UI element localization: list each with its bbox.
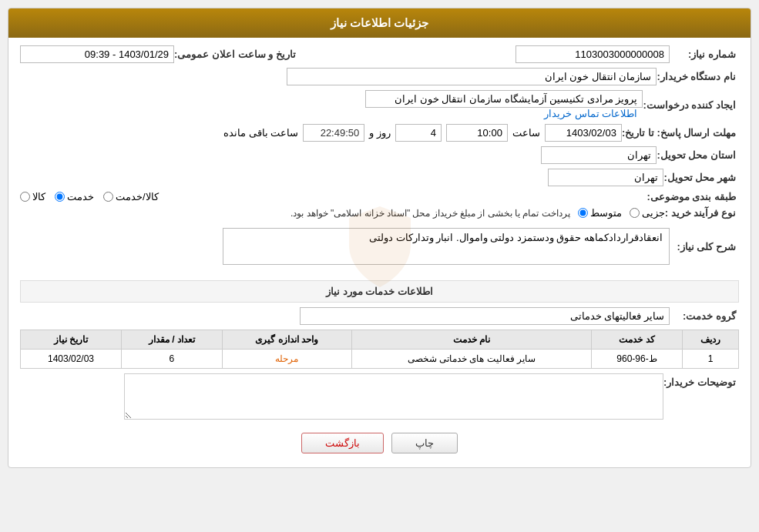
mohlat-countdown[interactable]: 22:49:50 [303, 124, 364, 142]
cell-radif: 1 [682, 350, 738, 369]
services-table-body: 1 ط-96-960 سایر فعالیت های خدماتی شخصی م… [21, 350, 739, 369]
tabaqe-kala-label: کالا [32, 191, 45, 202]
mohlat-baqi-label: ساعت باقی مانده [223, 127, 298, 139]
services-table-head: ردیف کد خدمت نام خدمت واحد اندازه گیری ت… [21, 330, 739, 350]
col-tedad: تعداد / مقدار [121, 330, 222, 350]
shomara-niaz-input[interactable]: 1103003000000008 [516, 45, 670, 63]
ijad-label: ایجاد کننده درخواست: [643, 99, 739, 111]
cell-vahed: مرحله [222, 350, 351, 369]
tabaqe-radio-group: کالا خدمت کالا/خدمت [20, 191, 646, 202]
noe-motevaset-radio[interactable] [578, 208, 588, 218]
noe-jozi-label: جزیی [642, 207, 665, 219]
noe-jozi-item[interactable]: جزیی [630, 207, 665, 219]
card-header: جزئیات اطلاعات نیاز [8, 8, 751, 38]
group-label: گروه خدمت: [670, 310, 739, 322]
noe-jozi-radio[interactable] [630, 208, 640, 218]
tabaqe-kala-khedmat-label: کالا/خدمت [116, 191, 159, 202]
toozihat-label: توضیحات خریدار: [663, 373, 739, 388]
cell-tarikh: 1403/02/03 [21, 350, 122, 369]
card-body: شماره نیاز: 1103003000000008 تاریخ و ساع… [8, 38, 751, 467]
noe-farayand-wrap: جزیی متوسط پرداخت تمام یا بخشی از مبلغ خ… [20, 207, 665, 219]
row-shahr: شهر محل تحویل: تهران [20, 169, 739, 186]
shahr-wrap: تهران [20, 169, 663, 186]
col-name: نام خدمت [351, 330, 592, 350]
sharh-label: شرح کلی نیاز: [670, 241, 739, 253]
page-title: جزئیات اطلاعات نیاز [331, 16, 428, 29]
tabaqe-khedmat-label: خدمت [67, 191, 94, 202]
group-wrap: سایر فعالیتهای خدماتی [20, 307, 670, 325]
tabaqe-khedmat-radio[interactable] [55, 192, 65, 202]
col-radif: ردیف [682, 330, 738, 350]
sharh-section: شرح کلی نیاز: انعقادقراردادکماهه حقوق ود… [20, 225, 739, 273]
row-mohlat: مهلت ارسال پاسخ: تا تاریخ: 1403/02/03 سا… [20, 124, 739, 142]
noe-motevaset-item[interactable]: متوسط [578, 207, 622, 219]
table-row: 1 ط-96-960 سایر فعالیت های خدماتی شخصی م… [21, 350, 739, 369]
noe-motevaset-label: متوسط [590, 207, 622, 219]
services-section-title: اطلاعات خدمات مورد نیاز [20, 280, 739, 303]
mohlat-label: مهلت ارسال پاسخ: تا تاریخ: [622, 127, 739, 139]
shomara-niaz-label: شماره نیاز: [670, 49, 739, 60]
row-name-dastgah: نام دستگاه خریدار: سازمان انتقال خون ایر… [20, 68, 739, 85]
mohlat-rooz-input[interactable]: 4 [395, 124, 442, 142]
mohlat-wrap: 1403/02/03 ساعت 10:00 4 روز و 22:49:50 س… [20, 124, 622, 142]
mohlat-saat-label: ساعت [512, 127, 540, 139]
row-toozihat: توضیحات خریدار: [20, 373, 739, 422]
mohlat-saat-input[interactable]: 10:00 [446, 124, 508, 142]
row-group: گروه خدمت: سایر فعالیتهای خدماتی [20, 307, 739, 325]
row-shomara: شماره نیاز: 1103003000000008 تاریخ و ساع… [20, 45, 739, 63]
col-vahed: واحد اندازه گیری [222, 330, 351, 350]
shahr-label: شهر محل تحویل: [663, 172, 739, 183]
row-noe-farayand: نوع فرآیند خرید : جزیی متوسط پرداخت تمام… [20, 207, 739, 219]
row-ijad: ایجاد کننده درخواست: پرویز مرادی تکنیسین… [20, 90, 739, 119]
table-header-row: ردیف کد خدمت نام خدمت واحد اندازه گیری ت… [21, 330, 739, 350]
toozihat-wrap [20, 373, 663, 422]
tabaqe-label: طبقه بندی موضوعی: [646, 191, 739, 202]
name-dastgah-input[interactable]: سازمان انتقال خون ایران [287, 68, 657, 85]
row-ostan: استان محل تحویل: تهران [20, 146, 739, 164]
cell-kod: ط-96-960 [592, 350, 683, 369]
page-wrapper: جزئیات اطلاعات نیاز شماره نیاز: 11030030… [0, 0, 759, 532]
noe-farayand-label: نوع فرآیند خرید : [665, 207, 739, 219]
ijad-input[interactable]: پرویز مرادی تکنیسین آزمایشگاه سازمان انت… [365, 90, 643, 108]
ostan-input[interactable]: تهران [541, 146, 657, 164]
tabaqe-kala-khedmat-item[interactable]: کالا/خدمت [103, 191, 159, 202]
row-sharh: شرح کلی نیاز: انعقادقراردادکماهه حقوق ود… [20, 228, 739, 265]
mohlat-rooz-label: روز و [369, 127, 391, 139]
tabaqe-kala-khedmat-radio[interactable] [103, 192, 113, 202]
etelaat-link[interactable]: اطلاعات تماس خریدار [544, 108, 637, 119]
ostan-wrap: تهران [20, 146, 657, 164]
tabaqe-kala-item[interactable]: کالا [20, 191, 45, 202]
noe-farayand-note: پرداخت تمام یا بخشی از مبلغ خریداز محل "… [291, 208, 570, 219]
row-tabaqe: طبقه بندی موضوعی: کالا خدمت کالا/خدمت [20, 191, 739, 202]
mohlat-date-input[interactable]: 1403/02/03 [545, 124, 622, 142]
name-dastgah-wrap: سازمان انتقال خون ایران [20, 68, 657, 85]
button-row: چاپ بازگشت [20, 433, 739, 453]
shomara-niaz-wrap: 1103003000000008 [311, 45, 670, 63]
tabaqe-kala-radio[interactable] [20, 192, 30, 202]
col-tarikh: تاریخ نیاز [21, 330, 122, 350]
ostan-label: استان محل تحویل: [657, 149, 739, 161]
sharh-input[interactable]: انعقادقراردادکماهه حقوق ودستمزد دولتی وا… [223, 228, 670, 265]
services-table: ردیف کد خدمت نام خدمت واحد اندازه گیری ت… [20, 330, 739, 369]
toozihat-textarea[interactable] [124, 373, 663, 420]
tarikh-elan-input[interactable]: 1403/01/29 - 09:39 [20, 45, 174, 63]
main-card: جزئیات اطلاعات نیاز شماره نیاز: 11030030… [8, 8, 751, 468]
group-input[interactable]: سایر فعالیتهای خدماتی [300, 307, 670, 325]
cell-name: سایر فعالیت های خدماتی شخصی [351, 350, 592, 369]
cell-tedad: 6 [121, 350, 222, 369]
sharh-wrap: انعقادقراردادکماهه حقوق ودستمزد دولتی وا… [20, 228, 670, 265]
back-button[interactable]: بازگشت [301, 433, 384, 453]
col-kod: کد خدمت [592, 330, 683, 350]
print-button[interactable]: چاپ [391, 433, 458, 453]
tarikh-elan-label: تاریخ و ساعت اعلان عمومی: [174, 49, 311, 60]
tarikh-elan-wrap: 1403/01/29 - 09:39 [20, 45, 174, 63]
tabaqe-khedmat-item[interactable]: خدمت [55, 191, 94, 202]
name-dastgah-label: نام دستگاه خریدار: [657, 71, 739, 82]
shahr-input[interactable]: تهران [548, 169, 663, 186]
ijad-wrap: پرویز مرادی تکنیسین آزمایشگاه سازمان انت… [20, 90, 643, 119]
